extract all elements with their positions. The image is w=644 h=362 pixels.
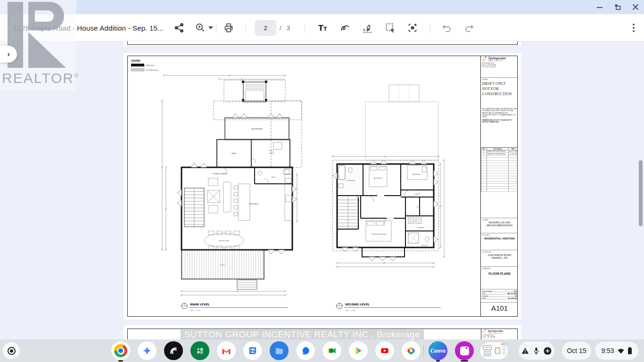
- messages-app-icon[interactable]: [296, 341, 315, 360]
- title-block-location: LOCATION: 1226 MAPLE ROAD INNISFIL, ON: [481, 250, 518, 267]
- meet-app-icon[interactable]: [322, 341, 341, 360]
- lens-search-icon[interactable]: [407, 22, 418, 33]
- status-tray[interactable]: [519, 342, 554, 360]
- svg-text:KITCHEN: KITCHEN: [249, 203, 258, 205]
- green-shapes-app-icon[interactable]: [190, 341, 209, 360]
- svg-text:x: x: [363, 28, 365, 32]
- plan-legend: LEGEND NEW WALL EXISTING WALL: [131, 59, 158, 71]
- svg-text:DINING ROOM: DINING ROOM: [219, 240, 230, 242]
- svg-text:LEGEND: LEGEND: [131, 59, 140, 62]
- close-icon[interactable]: [632, 3, 639, 11]
- play-store-app-icon[interactable]: [349, 341, 368, 360]
- title-block-project: PROJECT: RESIDENTIAL ADDITION: [481, 233, 518, 250]
- black-arcs-app-icon[interactable]: [164, 341, 183, 360]
- title-block-info-row: ScaleAs indicated: [482, 297, 517, 299]
- sheet-number: A101: [481, 303, 518, 315]
- pdf-toolbar: 1226 Maple Road - House Addition - Sep. …: [0, 14, 644, 41]
- main-level-caption: 1 MAIN LEVEL 1/4" = 1'-0": [181, 303, 288, 312]
- scrollbar-thumb[interactable]: [639, 160, 643, 226]
- svg-text:MECH.: MECH.: [269, 150, 274, 152]
- svg-text:2: 2: [339, 304, 340, 306]
- window-title-bar: [0, 0, 644, 14]
- floor-plan-drawing: LEGEND NEW WALL EXISTING WALL: [127, 56, 481, 316]
- plan-second-level: BATHROOM BEDROOM 2 BEDROOM 3 CLOSET: [331, 85, 445, 312]
- print-icon[interactable]: [223, 22, 234, 33]
- page-number-input[interactable]: 2: [255, 20, 276, 36]
- shelf-separator: [423, 345, 424, 356]
- svg-text:LIVING ROOM: LIVING ROOM: [213, 173, 227, 175]
- select-area-icon[interactable]: [385, 22, 396, 33]
- sidebar-expand-button[interactable]: ›: [0, 46, 17, 63]
- svg-text:DECK: DECK: [221, 264, 225, 266]
- svg-text:31: 31: [250, 349, 255, 353]
- plan-main-level: BEDROOM DEN MECH. ROOM BATH: [161, 74, 302, 312]
- date-button[interactable]: Oct 15: [562, 342, 591, 360]
- document-title: 1226 Maple Road - House Addition - Sep. …: [13, 14, 164, 41]
- svg-text:SECOND LEVEL: SECOND LEVEL: [345, 303, 370, 306]
- page-1-sliver: [124, 41, 521, 46]
- svg-text:PRIMARY BEDROOM: PRIMARY BEDROOM: [372, 233, 387, 235]
- minimize-button[interactable]: [596, 3, 603, 11]
- files-app-icon[interactable]: [270, 341, 289, 360]
- more-menu-icon[interactable]: [628, 22, 639, 33]
- signature-icon[interactable]: x: [362, 22, 373, 33]
- svg-text:EXISTING WALL: EXISTING WALL: [146, 69, 158, 71]
- gemini-app-icon[interactable]: [138, 341, 157, 360]
- revision-row: [481, 189, 518, 192]
- svg-text:MAIN LEVEL: MAIN LEVEL: [190, 303, 210, 306]
- title-block-client: CLIENT: RICHARD LUK AND MEAGAN BENSADOUN: [481, 218, 518, 233]
- text-annotation-icon[interactable]: T T: [317, 22, 329, 33]
- brokerage-banner: SUTTON GROUP INCENTIVE REALTY INC., Brok…: [124, 329, 481, 339]
- canva-app-icon[interactable]: Canva: [429, 341, 447, 360]
- undo-icon[interactable]: [441, 22, 453, 33]
- svg-text:T: T: [323, 26, 327, 32]
- svg-text:ROOM: ROOM: [269, 152, 274, 154]
- page-total: 3: [287, 14, 290, 41]
- calendar-app-icon[interactable]: 31 31: [243, 341, 262, 360]
- springwater-logo-icon: [483, 329, 487, 333]
- chrome-active-indicator: [118, 360, 123, 362]
- toolbar-separator: [305, 25, 305, 32]
- redo-icon[interactable]: [463, 22, 475, 33]
- chromeos-shelf: 31 31: [0, 339, 644, 362]
- zoom-icon[interactable]: [195, 22, 206, 33]
- time-status-button[interactable]: 9:53: [595, 342, 638, 360]
- toolbar-separator: [430, 25, 430, 32]
- title-block-firm: Springwater Engineering Limited 24 Parks…: [481, 56, 518, 78]
- chrome-app-icon[interactable]: [111, 341, 130, 360]
- warning-icon: [521, 347, 529, 354]
- sparkle-icon: ✦: [464, 346, 468, 351]
- chevron-right-icon: ›: [7, 49, 10, 59]
- gmail-app-icon[interactable]: [217, 341, 236, 360]
- gallery-active-indicator: [461, 360, 468, 362]
- toolbar-separator: [216, 25, 216, 32]
- title-block-stamp: STAMP: DRAFT ONLY NOT FOR CONSTRUCTION A…: [481, 78, 518, 148]
- restore-button[interactable]: [614, 3, 621, 11]
- svg-text:BEDROOM 3: BEDROOM 3: [412, 173, 421, 175]
- page-separator: /: [280, 14, 281, 41]
- chevron-down-icon[interactable]: [208, 22, 214, 33]
- photos-app-icon[interactable]: [402, 341, 421, 360]
- share-icon[interactable]: [173, 22, 185, 33]
- launcher-button[interactable]: [3, 342, 20, 359]
- pdf-viewer: LEGEND NEW WALL EXISTING WALL: [0, 41, 644, 339]
- title-block: Springwater Engineering Limited 24 Parks…: [480, 56, 518, 317]
- title-block-info: Project number2317DateMar. 10, 2023Drawn…: [481, 289, 518, 303]
- svg-text:BATH: BATH: [272, 176, 276, 178]
- gallery-app-icon[interactable]: ✦: [455, 341, 474, 360]
- window-preview-icon[interactable]: [480, 342, 508, 359]
- plus-circle-icon: [544, 347, 552, 355]
- legend-new-wall-swatch: [131, 64, 144, 66]
- battery-icon: [627, 347, 632, 354]
- canva-active-indicator: [436, 360, 440, 362]
- title-block-drawing: DRAWING: FLOOR PLANS: [481, 267, 518, 289]
- svg-text:1: 1: [184, 304, 185, 306]
- svg-text:BATHROOM: BATHROOM: [347, 180, 355, 181]
- draw-annotation-icon[interactable]: [339, 22, 351, 33]
- svg-text:NEW WALL: NEW WALL: [146, 65, 155, 66]
- svg-text:BEDROOM 2: BEDROOM 2: [373, 177, 383, 179]
- svg-text:DEN: DEN: [231, 152, 236, 155]
- page3-firm-block: Springwater Engineering Limited 24 Parks…: [481, 329, 518, 339]
- svg-text:ENSUITE: ENSUITE: [421, 245, 428, 247]
- youtube-app-icon[interactable]: [375, 341, 394, 360]
